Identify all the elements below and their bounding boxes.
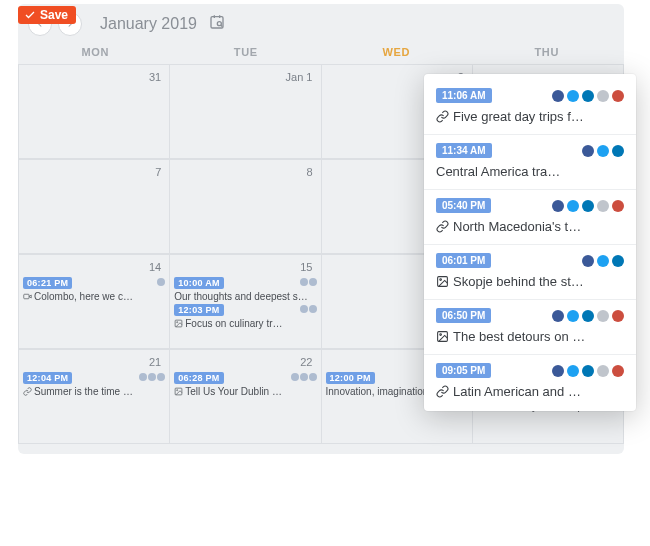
day-number: Jan 1 — [174, 69, 316, 85]
calendar-cell[interactable]: 22 06:28 PM Tell Us Your Dublin … — [170, 349, 321, 444]
calendar-cell[interactable]: 31 — [18, 64, 170, 159]
social-icon — [582, 90, 594, 102]
popover-item[interactable]: 11:06 AMFive great day trips f… — [424, 80, 636, 135]
calendar-cell[interactable]: 14 06:21 PM Colombo, here we c… — [18, 254, 170, 349]
link-icon — [436, 220, 449, 233]
social-icon — [567, 365, 579, 377]
popover-socials — [582, 255, 624, 267]
social-icon — [582, 145, 594, 157]
link-icon — [23, 387, 32, 396]
social-icon — [597, 90, 609, 102]
popover-title: Five great day trips f… — [436, 109, 624, 124]
social-icon — [597, 310, 609, 322]
entry-time: 12:04 PM — [23, 372, 72, 384]
social-icon — [582, 365, 594, 377]
entry-socials — [139, 373, 165, 381]
entry-time: 12:03 PM — [174, 304, 223, 316]
social-icon — [597, 365, 609, 377]
popover-socials — [552, 90, 624, 102]
popover-title: Latin American and … — [436, 384, 624, 399]
entry-title: Tell Us Your Dublin … — [174, 386, 316, 397]
entry-time: 10:00 AM — [174, 277, 224, 289]
link-icon — [436, 110, 449, 123]
popover-socials — [552, 200, 624, 212]
popover-time: 11:34 AM — [436, 143, 492, 158]
calendar-header: January 2019 — [18, 4, 624, 46]
calendar-cell[interactable]: 7 — [18, 159, 170, 254]
entry-time: 06:28 PM — [174, 372, 223, 384]
popover-item[interactable]: 05:40 PMNorth Macedonia's t… — [424, 190, 636, 245]
calendar-search-button[interactable] — [209, 14, 225, 34]
calendar-cell[interactable]: 8 — [170, 159, 321, 254]
entry-socials — [157, 278, 165, 286]
svg-rect-5 — [24, 294, 29, 299]
calendar-entry[interactable]: 10:00 AM Our thoughts and deepest s… — [174, 277, 316, 302]
svg-line-4 — [221, 25, 222, 26]
social-icon — [612, 310, 624, 322]
social-icon — [597, 255, 609, 267]
popover-title: Skopje behind the st… — [436, 274, 624, 289]
popover-item[interactable]: 09:05 PMLatin American and … — [424, 355, 636, 409]
social-icon — [597, 145, 609, 157]
svg-point-14 — [440, 279, 442, 281]
social-icon — [567, 200, 579, 212]
calendar-search-icon — [209, 14, 225, 30]
social-icon — [567, 90, 579, 102]
entry-title: Summer is the time … — [23, 386, 165, 397]
dow-thu: THU — [472, 46, 623, 64]
calendar-entry[interactable]: 06:21 PM Colombo, here we c… — [23, 277, 165, 302]
popover-item[interactable]: 06:01 PMSkopje behind the st… — [424, 245, 636, 300]
social-icon — [552, 90, 564, 102]
calendar-cell[interactable]: 15 10:00 AM Our thoughts and deepest s… … — [170, 254, 321, 349]
social-icon — [612, 365, 624, 377]
dow-wed: WED — [321, 46, 472, 64]
social-icon — [612, 145, 624, 157]
entry-time: 12:00 PM — [326, 372, 375, 384]
image-icon — [436, 330, 449, 343]
entry-title: Colombo, here we c… — [23, 291, 165, 302]
day-of-week-row: MON TUE WED THU — [18, 46, 624, 64]
svg-point-16 — [440, 334, 442, 336]
calendar-entry[interactable]: 06:28 PM Tell Us Your Dublin … — [174, 372, 316, 397]
popover-socials — [552, 365, 624, 377]
social-icon — [552, 200, 564, 212]
social-icon — [597, 200, 609, 212]
image-icon — [174, 387, 183, 396]
calendar-entry[interactable]: 12:04 PM Summer is the time … — [23, 372, 165, 397]
day-number: 21 — [23, 354, 165, 370]
svg-point-3 — [217, 22, 221, 26]
dow-tue: TUE — [171, 46, 322, 64]
popover-time: 05:40 PM — [436, 198, 491, 213]
save-button[interactable]: Save — [18, 6, 76, 24]
social-icon — [567, 310, 579, 322]
entry-title: Our thoughts and deepest s… — [174, 291, 316, 302]
popover-time: 09:05 PM — [436, 363, 491, 378]
calendar-entry[interactable]: 12:03 PM Focus on culinary tr… — [174, 304, 316, 329]
save-icon — [24, 9, 36, 21]
entry-time: 06:21 PM — [23, 277, 72, 289]
calendar-cell[interactable]: Jan 1 — [170, 64, 321, 159]
popover-item[interactable]: 06:50 PMThe best detours on … — [424, 300, 636, 355]
social-icon — [582, 255, 594, 267]
social-icon — [612, 200, 624, 212]
calendar-month-label: January 2019 — [100, 15, 197, 33]
image-icon — [436, 275, 449, 288]
popover-title: The best detours on … — [436, 329, 624, 344]
image-icon — [174, 319, 183, 328]
social-icon — [552, 365, 564, 377]
popover-socials — [582, 145, 624, 157]
social-icon — [582, 200, 594, 212]
day-number: 22 — [174, 354, 316, 370]
social-icon — [552, 310, 564, 322]
popover-time: 06:50 PM — [436, 308, 491, 323]
social-icon — [612, 90, 624, 102]
day-number — [477, 69, 619, 73]
popover-item[interactable]: 11:34 AMCentral America tra… — [424, 135, 636, 190]
entry-title: Focus on culinary tr… — [174, 318, 316, 329]
popover-title: Central America tra… — [436, 164, 624, 179]
popover-time: 11:06 AM — [436, 88, 492, 103]
day-number: 14 — [23, 259, 165, 275]
dow-mon: MON — [20, 46, 171, 64]
day-detail-popover: 11:06 AMFive great day trips f…11:34 AMC… — [424, 74, 636, 411]
calendar-cell[interactable]: 21 12:04 PM Summer is the time … — [18, 349, 170, 444]
